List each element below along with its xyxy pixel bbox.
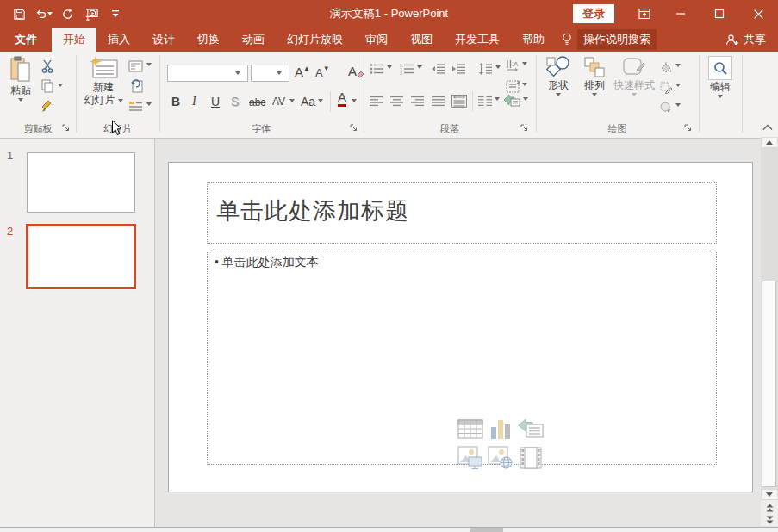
tab-slideshow[interactable]: 幻灯片放映 xyxy=(276,28,354,52)
layout-button[interactable] xyxy=(128,59,143,74)
tab-file[interactable]: 文件 xyxy=(0,28,52,52)
shape-effects-button[interactable] xyxy=(658,99,674,114)
tab-view[interactable]: 视图 xyxy=(399,28,444,52)
tab-design[interactable]: 设计 xyxy=(141,28,186,52)
arrange-button[interactable]: 排列 xyxy=(577,56,612,96)
new-slide-button[interactable]: 新建 幻灯片 xyxy=(80,56,127,106)
section-button[interactable] xyxy=(128,98,143,114)
font-dialog-launcher[interactable] xyxy=(349,123,358,133)
horizontal-scrollbar[interactable] xyxy=(0,527,778,532)
customize-qat-button[interactable] xyxy=(103,3,128,25)
shape-outline-caret[interactable] xyxy=(675,84,681,87)
bullets-caret[interactable] xyxy=(387,65,392,69)
insert-smartart-icon[interactable] xyxy=(517,418,545,440)
drawing-dialog-launcher[interactable] xyxy=(683,123,693,133)
title-placeholder[interactable]: 单击此处添加标题 xyxy=(207,182,717,244)
cut-button[interactable] xyxy=(40,59,55,74)
paste-button[interactable]: 粘贴 xyxy=(3,56,39,102)
convert-smartart-button[interactable] xyxy=(503,92,520,108)
insert-video-icon[interactable] xyxy=(520,447,542,469)
scrollbar-thumb[interactable] xyxy=(762,281,776,487)
change-case-caret[interactable] xyxy=(318,99,323,102)
font-color-caret[interactable] xyxy=(352,99,357,102)
signin-button[interactable]: 登录 xyxy=(573,4,614,23)
align-center-button[interactable] xyxy=(389,93,405,108)
change-case-button[interactable]: Aa xyxy=(301,93,315,108)
line-spacing-button[interactable] xyxy=(477,61,493,77)
next-slide-button[interactable] xyxy=(761,515,778,525)
font-size-caret[interactable] xyxy=(277,71,282,75)
reset-slide-button[interactable] xyxy=(128,78,143,94)
text-direction-caret[interactable] xyxy=(522,62,527,65)
justify-button[interactable] xyxy=(431,93,446,108)
shape-fill-button[interactable] xyxy=(658,59,674,75)
font-name-input[interactable] xyxy=(168,66,235,80)
columns-button[interactable] xyxy=(477,93,493,108)
tab-review[interactable]: 审阅 xyxy=(354,28,399,52)
text-shadow-button[interactable]: S xyxy=(231,93,239,108)
arrange-caret[interactable] xyxy=(592,93,597,96)
horizontal-scrollbar-thumb[interactable] xyxy=(470,528,503,532)
text-direction-button[interactable]: A xyxy=(505,58,520,73)
clear-formatting-button[interactable]: A xyxy=(348,63,364,78)
new-slide-dropdown-caret[interactable] xyxy=(118,99,123,102)
align-right-button[interactable] xyxy=(410,93,426,108)
shape-effects-caret[interactable] xyxy=(675,103,681,107)
insert-chart-icon[interactable] xyxy=(489,418,513,441)
increase-indent-button[interactable] xyxy=(451,61,466,77)
collapse-ribbon-button[interactable] xyxy=(762,123,774,131)
editing-caret[interactable] xyxy=(718,95,723,98)
italic-button[interactable]: I xyxy=(192,93,196,108)
paste-dropdown-caret[interactable] xyxy=(18,98,23,102)
save-button[interactable] xyxy=(7,3,31,25)
share-button[interactable]: 共享 xyxy=(725,28,778,52)
shape-fill-caret[interactable] xyxy=(675,64,681,67)
ribbon-display-options-button[interactable] xyxy=(626,0,663,28)
distributed-button[interactable] xyxy=(451,93,467,108)
editing-button[interactable]: 编辑 xyxy=(703,56,738,98)
maximize-button[interactable] xyxy=(700,0,738,28)
columns-caret[interactable] xyxy=(495,97,500,101)
insert-picture-icon[interactable] xyxy=(457,446,483,469)
grow-font-button[interactable]: A▲ xyxy=(295,64,310,79)
slide-2-thumbnail[interactable] xyxy=(26,224,136,289)
align-left-button[interactable] xyxy=(369,93,384,108)
repeat-button[interactable] xyxy=(55,3,79,25)
numbering-button[interactable]: 123 xyxy=(399,61,414,77)
insert-online-picture-icon[interactable] xyxy=(488,446,513,469)
align-text-caret[interactable] xyxy=(522,83,527,86)
font-size-input[interactable] xyxy=(252,66,277,80)
format-painter-button[interactable] xyxy=(40,98,55,114)
tab-home[interactable]: 开始 xyxy=(52,28,96,52)
shrink-font-button[interactable]: A▼ xyxy=(315,64,330,79)
tell-me-label[interactable]: 操作说明搜索 xyxy=(577,29,657,50)
layout-dropdown-caret[interactable] xyxy=(146,63,152,66)
font-color-button[interactable]: A xyxy=(338,91,346,107)
tab-help[interactable]: 帮助 xyxy=(511,28,556,52)
bullets-button[interactable] xyxy=(369,61,384,77)
previous-slide-button[interactable] xyxy=(761,503,778,513)
scroll-up-button[interactable] xyxy=(761,137,778,148)
undo-dropdown-caret[interactable] xyxy=(47,12,53,15)
copy-button[interactable] xyxy=(40,78,55,94)
font-name-caret[interactable] xyxy=(235,71,240,75)
underline-button[interactable]: U xyxy=(211,93,220,108)
shapes-caret[interactable] xyxy=(556,93,561,96)
scroll-down-button[interactable] xyxy=(761,489,778,500)
tab-transitions[interactable]: 切换 xyxy=(186,28,231,52)
start-from-beginning-button[interactable] xyxy=(79,3,103,25)
numbering-caret[interactable] xyxy=(417,65,422,69)
font-name-combo[interactable] xyxy=(167,65,248,82)
tab-developer[interactable]: 开发工具 xyxy=(444,28,511,52)
clipboard-dialog-launcher[interactable] xyxy=(61,123,71,133)
shapes-button[interactable]: 形状 xyxy=(541,56,576,96)
undo-button[interactable] xyxy=(31,3,55,25)
character-spacing-caret[interactable] xyxy=(289,99,295,102)
bold-button[interactable]: B xyxy=(171,93,180,108)
tab-insert[interactable]: 插入 xyxy=(96,28,141,52)
body-placeholder[interactable]: • 单击此处添加文本 xyxy=(207,251,717,465)
close-button[interactable] xyxy=(739,0,777,28)
copy-dropdown-caret[interactable] xyxy=(58,84,63,87)
character-spacing-button[interactable]: AV xyxy=(272,93,285,108)
section-dropdown-caret[interactable] xyxy=(146,102,152,106)
